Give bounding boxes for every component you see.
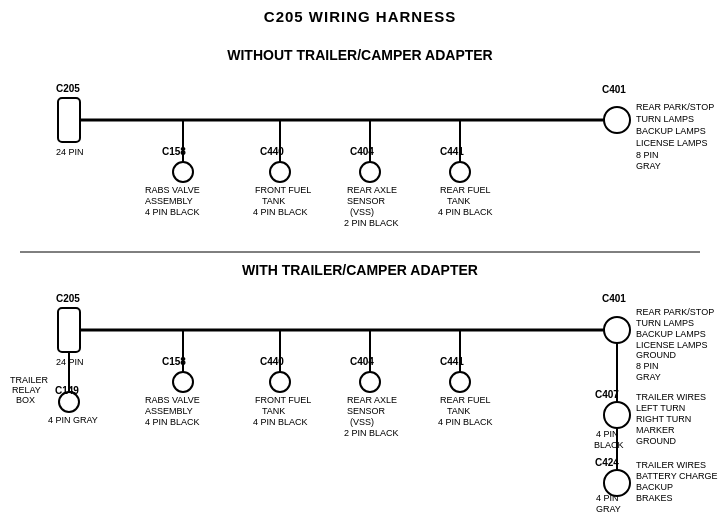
diagram-container: C205 WIRING HARNESS WITHOUT TRAILER/CAMP… xyxy=(0,0,720,517)
s2-trailer-relay2: RELAY xyxy=(12,385,41,395)
s2-c158-label1: RABS VALVE xyxy=(145,395,200,405)
s1-c401-pin2: TURN LAMPS xyxy=(636,114,694,124)
svg-point-10 xyxy=(450,162,470,182)
svg-point-6 xyxy=(270,162,290,182)
s2-c401-pinlabel2: GRAY xyxy=(636,372,661,382)
s1-c205-id: C205 xyxy=(56,83,80,94)
s1-c440-label3: 4 PIN BLACK xyxy=(253,207,308,217)
s1-c441-label3: 4 PIN BLACK xyxy=(438,207,493,217)
s2-c401-pin4: LICENSE LAMPS xyxy=(636,340,708,350)
s2-c424-pin2: BATTERY CHARGE xyxy=(636,471,718,481)
svg-point-23 xyxy=(270,372,290,392)
s2-c404-id: C404 xyxy=(350,356,374,367)
s2-c401-pin1: REAR PARK/STOP xyxy=(636,307,714,317)
s2-trailer-relay3: BOX xyxy=(16,395,35,405)
s1-c404-label2: SENSOR xyxy=(347,196,386,206)
s2-c404-label2: SENSOR xyxy=(347,406,386,416)
s1-c401-id: C401 xyxy=(602,84,626,95)
svg-rect-1 xyxy=(58,98,80,142)
s2-c441-label3: 4 PIN BLACK xyxy=(438,417,493,427)
s2-c407-id: C407 xyxy=(595,389,619,400)
s1-c158-label3: 4 PIN BLACK xyxy=(145,207,200,217)
s1-c404-id: C404 xyxy=(350,146,374,157)
s2-c407-pinlabel1: 4 PIN xyxy=(596,429,619,439)
s1-c158-id: C158 xyxy=(162,146,186,157)
s1-c441-id: C441 xyxy=(440,146,464,157)
section1-title: WITHOUT TRAILER/CAMPER ADAPTER xyxy=(227,47,492,63)
s2-c407-pin4: MARKER xyxy=(636,425,675,435)
s1-c404-label1: REAR AXLE xyxy=(347,185,397,195)
s2-c149-pin: 4 PIN GRAY xyxy=(48,415,98,425)
s2-c158-id: C158 xyxy=(162,356,186,367)
svg-point-25 xyxy=(360,372,380,392)
s1-c205-pin: 24 PIN xyxy=(56,147,84,157)
s2-c205-id: C205 xyxy=(56,293,80,304)
s2-c401-pin3: BACKUP LAMPS xyxy=(636,329,706,339)
s2-c440-label2: TANK xyxy=(262,406,285,416)
s2-c441-label1: REAR FUEL xyxy=(440,395,491,405)
s1-c404-label4: 2 PIN BLACK xyxy=(344,218,399,228)
svg-point-2 xyxy=(604,107,630,133)
s2-c404-label3: (VSS) xyxy=(350,417,374,427)
s2-c440-label1: FRONT FUEL xyxy=(255,395,311,405)
s2-c424-pin1: TRAILER WIRES xyxy=(636,460,706,470)
section2-title: WITH TRAILER/CAMPER ADAPTER xyxy=(242,262,478,278)
s2-c407-pinlabel2: BLACK xyxy=(594,440,624,450)
svg-point-4 xyxy=(173,162,193,182)
s2-c424-pin3: BACKUP xyxy=(636,482,673,492)
s2-c404-label1: REAR AXLE xyxy=(347,395,397,405)
svg-point-27 xyxy=(450,372,470,392)
s2-c407-pin1: TRAILER WIRES xyxy=(636,392,706,402)
s1-c401-pin5: 8 PIN xyxy=(636,150,659,160)
svg-point-18 xyxy=(604,402,630,428)
s2-c424-pin4: BRAKES xyxy=(636,493,673,503)
s2-c440-label3: 4 PIN BLACK xyxy=(253,417,308,427)
s2-c441-id: C441 xyxy=(440,356,464,367)
s2-trailer-relay: TRAILER xyxy=(10,375,49,385)
s1-c440-label2: TANK xyxy=(262,196,285,206)
s2-c407-pin5: GROUND xyxy=(636,436,676,446)
s2-c407-pin3: RIGHT TURN xyxy=(636,414,691,424)
s1-c401-pin1: REAR PARK/STOP xyxy=(636,102,714,112)
s2-c404-label4: 2 PIN BLACK xyxy=(344,428,399,438)
s2-c401-pinlabel1: 8 PIN xyxy=(636,361,659,371)
s2-c401-pin2: TURN LAMPS xyxy=(636,318,694,328)
s1-c404-label3: (VSS) xyxy=(350,207,374,217)
s2-c158-label2: ASSEMBLY xyxy=(145,406,193,416)
s2-c424-pinlabel1: 4 PIN xyxy=(596,493,619,503)
s1-c440-label1: FRONT FUEL xyxy=(255,185,311,195)
s1-c158-label1: RABS VALVE xyxy=(145,185,200,195)
s1-c440-id: C440 xyxy=(260,146,284,157)
s1-c158-label2: ASSEMBLY xyxy=(145,196,193,206)
s2-c424-pinlabel2: GRAY xyxy=(596,504,621,514)
s2-c158-label3: 4 PIN BLACK xyxy=(145,417,200,427)
svg-point-8 xyxy=(360,162,380,182)
s2-c401-pin5: GROUND xyxy=(636,350,676,360)
s2-c149-id: C149 xyxy=(55,385,79,396)
s1-c441-label1: REAR FUEL xyxy=(440,185,491,195)
s2-c407-pin2: LEFT TURN xyxy=(636,403,685,413)
s1-c401-pin4: LICENSE LAMPS xyxy=(636,138,708,148)
s2-c424-id: C424 xyxy=(595,457,619,468)
s1-c441-label2: TANK xyxy=(447,196,470,206)
svg-point-21 xyxy=(173,372,193,392)
s1-c401-pin3: BACKUP LAMPS xyxy=(636,126,706,136)
svg-point-16 xyxy=(604,317,630,343)
svg-rect-13 xyxy=(58,308,80,352)
wiring-diagram: WITHOUT TRAILER/CAMPER ADAPTER C205 24 P… xyxy=(0,0,720,517)
s2-c401-id: C401 xyxy=(602,293,626,304)
s1-c401-pin6: GRAY xyxy=(636,161,661,171)
s2-c440-id: C440 xyxy=(260,356,284,367)
s2-c441-label2: TANK xyxy=(447,406,470,416)
